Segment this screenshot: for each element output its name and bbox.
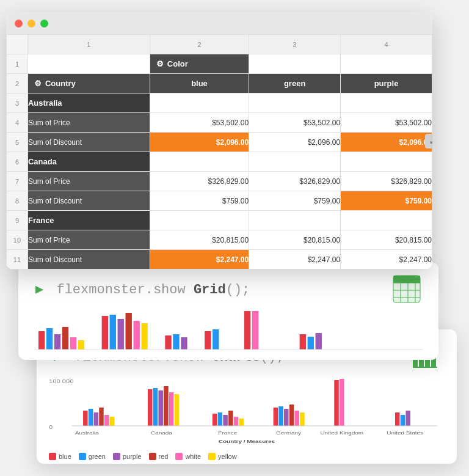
col-header-2: 2	[150, 35, 249, 54]
corner-cell	[7, 35, 28, 54]
legend-purple: purple	[113, 453, 142, 460]
legend-white-label: white	[185, 453, 201, 460]
row-num-8: 8	[7, 191, 28, 211]
svg-text:100 000: 100 000	[49, 378, 74, 384]
table-row-7: 7 Sum of Price $326,829.00 $326,829.00 $…	[7, 172, 432, 191]
country-label: Country	[45, 79, 76, 88]
row-num-11: 11	[7, 250, 28, 269]
row2-col1-country: ⚙ Country	[27, 74, 150, 93]
svg-rect-53	[408, 276, 415, 283]
row2-col3-green: green	[249, 74, 341, 93]
col-header-3: 3	[249, 35, 341, 54]
svg-text:Country / Measures: Country / Measures	[219, 439, 275, 444]
row9-col4	[341, 211, 432, 230]
row8-col4-orange: $759.00	[341, 191, 432, 211]
svg-rect-61	[102, 316, 108, 350]
svg-rect-0	[413, 359, 418, 367]
row3-col2	[150, 93, 249, 113]
row10-col2: $20,815.00	[150, 230, 249, 250]
svg-rect-14	[153, 388, 158, 426]
svg-rect-9	[94, 412, 98, 426]
svg-rect-60	[78, 340, 84, 350]
row3-col3	[249, 93, 341, 113]
svg-rect-74	[300, 334, 306, 350]
gear-icon-color: ⚙	[156, 59, 164, 68]
row1-col3	[249, 54, 341, 74]
svg-rect-26	[278, 406, 283, 426]
green-label: green	[284, 79, 305, 88]
row7-col4: $326,829.00	[341, 172, 432, 191]
svg-rect-73	[252, 311, 258, 350]
svg-text:Germany: Germany	[276, 430, 301, 436]
svg-rect-22	[228, 411, 233, 426]
grid-icon	[392, 274, 421, 304]
table-row-9: 9 France	[7, 211, 432, 230]
row-num-1: 1	[7, 54, 28, 74]
legend-red-dot	[149, 453, 156, 460]
svg-rect-35	[405, 411, 410, 426]
svg-rect-18	[175, 394, 179, 426]
row9-col3	[249, 211, 341, 230]
legend-purple-dot	[113, 453, 120, 460]
row10-col3: $20,815.00	[249, 230, 341, 250]
svg-rect-17	[169, 392, 173, 426]
col-number-row: 1 2 3 4	[7, 35, 432, 54]
row4-col3: $53,502.00	[249, 113, 341, 133]
window-close-dot[interactable]	[15, 20, 23, 27]
svg-rect-70	[205, 331, 211, 350]
svg-rect-25	[274, 408, 278, 426]
svg-rect-72	[244, 311, 250, 350]
svg-rect-52	[401, 276, 408, 283]
svg-text:United States: United States	[387, 430, 423, 436]
col-header-4: 4	[341, 35, 432, 54]
svg-rect-28	[289, 405, 294, 426]
pivot-table-card: 1 2 3 4 1 ⚙ Color	[6, 12, 432, 269]
svg-rect-21	[223, 415, 227, 426]
svg-rect-65	[133, 321, 139, 350]
svg-rect-54	[415, 276, 420, 283]
row10-col4: $20,815.00	[341, 230, 432, 250]
row-num-10: 10	[7, 230, 28, 250]
svg-rect-57	[54, 334, 60, 350]
row2-col4-purple: purple	[341, 74, 432, 93]
row10-measure: Sum of Price	[27, 230, 150, 250]
svg-rect-76	[316, 333, 322, 350]
legend-yellow-dot	[208, 453, 216, 460]
svg-rect-31	[334, 380, 338, 426]
row-num-2: 2	[7, 74, 28, 93]
window-maximize-dot[interactable]	[40, 20, 48, 27]
chart-legend: blue green purple red white yellow	[37, 450, 457, 463]
table-row-8: 8 Sum of Discount $759.00 $759.00 $759.0…	[7, 191, 432, 211]
row3-col4	[341, 93, 432, 113]
svg-rect-67	[165, 335, 171, 350]
row8-measure: Sum of Discount	[27, 191, 150, 211]
svg-rect-51	[393, 276, 401, 283]
color-label: Color	[167, 59, 188, 68]
svg-text:0: 0	[49, 424, 53, 430]
scene: ▶ flexmonster.show Charts(); 100 000 0	[0, 0, 469, 476]
svg-rect-33	[395, 412, 399, 426]
legend-red: red	[149, 453, 169, 460]
row8-col2: $759.00	[150, 191, 249, 211]
svg-rect-71	[213, 329, 219, 350]
window-minimize-dot[interactable]	[27, 20, 35, 27]
pivot-table: 1 2 3 4 1 ⚙ Color	[6, 34, 432, 269]
grid-code-text: ▶ flexmonster.show Grid();	[35, 281, 250, 298]
svg-text:France: France	[218, 430, 237, 436]
table-row-1: 1 ⚙ Color	[7, 54, 432, 74]
row7-col2: $326,829.00	[150, 172, 249, 191]
svg-rect-19	[213, 414, 217, 426]
table-row-3: 3 Australia	[7, 93, 432, 113]
svg-rect-56	[46, 328, 53, 350]
svg-rect-24	[239, 419, 244, 426]
row6-col4	[341, 152, 432, 172]
expand-button[interactable]: ↙	[425, 134, 432, 148]
svg-rect-55	[38, 331, 45, 350]
row11-col4: $2,247.00	[341, 250, 432, 269]
svg-rect-20	[218, 412, 222, 426]
svg-rect-58	[62, 327, 68, 350]
legend-green-dot	[79, 453, 86, 460]
svg-rect-15	[158, 390, 162, 426]
svg-text:Australia: Australia	[75, 430, 100, 436]
row1-col1	[27, 54, 150, 74]
